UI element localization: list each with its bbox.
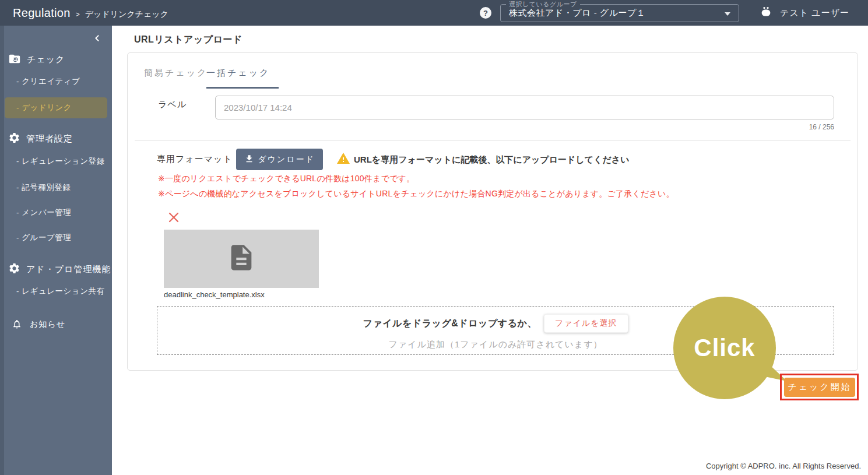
click-balloon-text: Click [694,334,755,362]
file-thumbnail [164,230,319,288]
sidebar-section-label: 管理者設定 [26,133,73,145]
download-button-label: ダウンロード [258,154,315,165]
label-field-caption: ラベル [158,99,187,110]
download-icon [244,154,254,166]
user-name: テスト ユーザー [780,8,849,19]
group-select-value: 株式会社アド・プロ - グループ１ [509,8,645,19]
sidebar: チェック - クリエイティブ - デッドリンク 管理者設定 - レギュレーション… [0,26,112,475]
sidebar-item-notice[interactable]: お知らせ [4,318,112,332]
bell-icon [12,319,22,331]
upload-instruction: URLを専用フォーマットに記載後、以下にアップロードしてください [336,152,630,168]
sidebar-section-label: アド・プロ管理機能 [26,264,111,275]
char-count: 16 / 256 [215,123,834,131]
breadcrumb-current: デッドリンクチェック [85,9,168,20]
remove-file-icon[interactable] [168,212,181,224]
chevron-left-icon [93,34,101,44]
file-name: deadlink_check_template.xlsx [164,290,265,299]
sidebar-item-regulation-share[interactable]: - レギュレーション共有 [4,286,112,297]
tab-simple-check[interactable]: 簡易チェック [144,68,208,79]
sidebar-item-member-management[interactable]: - メンバー管理 [4,207,112,219]
active-tab-underline [206,87,279,89]
file-select-button[interactable]: ファイルを選択 [544,314,628,333]
note-url-limit: ※一度のリクエストでチェックできるURLの件数は100件までです。 [158,174,414,184]
document-icon [226,242,256,275]
breadcrumb: Regulation > デッドリンクチェック [13,6,168,20]
gear-icon [8,262,20,276]
warning-icon [336,152,350,168]
label-input[interactable] [215,96,834,119]
app-window: Regulation > デッドリンクチェック ? 選択しているグループ 株式会… [0,0,868,475]
dropzone-drag-text: ファイルをドラッグ&ドロップするか、 [363,318,537,330]
main-content: URLリストアップロード 簡易チェック 一括チェック ラベル 16 / 256 … [112,26,868,475]
sidebar-item-group-management[interactable]: - グループ管理 [4,232,112,244]
top-header: Regulation > デッドリンクチェック ? 選択しているグループ 株式会… [0,0,868,26]
sidebar-section-label: チェック [27,54,65,65]
copyright: Copyright © ADPRO. inc. All Rights Reser… [706,462,861,470]
sidebar-section-adpro-admin[interactable]: アド・プロ管理機能 [4,262,112,276]
sidebar-collapse-button[interactable] [4,34,112,47]
section-divider [135,140,851,141]
help-icon[interactable]: ? [480,7,491,19]
user-avatar-icon [759,5,773,21]
folder-search-icon [8,52,21,67]
app-title: Regulation [13,6,71,20]
gear-icon [8,132,20,146]
user-menu[interactable]: テスト ユーザー [759,5,849,21]
note-ng-disclaimer: ※ページへの機械的なアクセスをブロックしているサイトURLをチェックにかけた場合… [158,189,674,199]
breadcrumb-separator: > [76,10,80,19]
start-check-button[interactable]: チェック開始 [784,378,855,397]
upload-instruction-text: URLを専用フォーマットに記載後、以下にアップロードしてください [354,154,630,166]
page-title: URLリストアップロード [134,34,243,46]
format-caption: 専用フォーマット [157,154,233,165]
sidebar-item-deadlink[interactable]: - デッドリンク [5,97,107,118]
group-select-label: 選択しているグループ [506,0,580,9]
sidebar-item-symbol-type-register[interactable]: - 記号種別登録 [4,182,112,193]
download-button[interactable]: ダウンロード [236,149,323,170]
chevron-down-icon [725,12,730,16]
sidebar-item-creative[interactable]: - クリエイティブ [4,76,112,87]
sidebar-item-regulation-register[interactable]: - レギュレーション登録 [4,156,112,167]
group-select[interactable]: 選択しているグループ 株式会社アド・プロ - グループ１ [500,4,739,22]
sidebar-section-admin-settings[interactable]: 管理者設定 [4,132,112,146]
sidebar-notice-label: お知らせ [30,319,65,330]
click-balloon: Click [673,297,776,399]
tab-batch-check[interactable]: 一括チェック [206,68,270,79]
sidebar-section-check[interactable]: チェック [4,52,112,66]
